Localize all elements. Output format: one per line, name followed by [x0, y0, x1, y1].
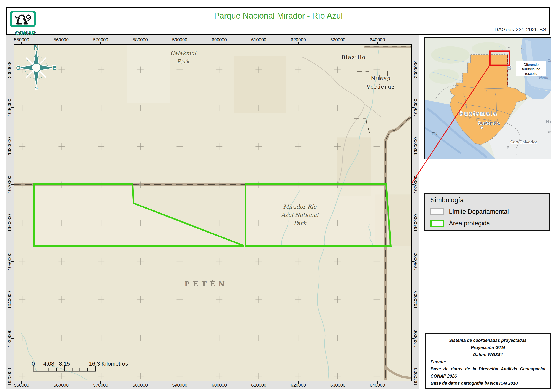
compass-rose-icon: N E O s — [16, 45, 56, 90]
san-salvador-label: San Salvador — [510, 139, 537, 144]
xtick-top-1: 560000 — [54, 37, 69, 42]
ytick-right-8: 1920000 — [413, 368, 418, 386]
source-line-1a: Base de datos de la Dirección Análisis G… — [430, 365, 545, 372]
note-line-1: Diferendo — [524, 63, 539, 67]
xtick-top-3: 580000 — [133, 37, 148, 42]
xtick-bot-3: 580000 — [133, 383, 148, 388]
depth-number: 721 — [432, 132, 438, 136]
crs-line: Sistema de coordenadas proyectadas — [430, 337, 545, 344]
compass-o: O — [16, 65, 21, 71]
note-line-3: resuelto — [525, 72, 538, 75]
xtick-top-2: 570000 — [93, 37, 108, 42]
ytick-left-5: 1950000 — [7, 253, 12, 270]
map-sheet-page: CONAP Parque Nacional Mirador - Río Azul… — [0, 0, 553, 392]
legend-title: Simbología — [430, 196, 464, 204]
compass-s: s — [35, 85, 38, 90]
ytick-left-4: 1960000 — [7, 214, 12, 232]
xtick-bot-2: 570000 — [93, 383, 108, 388]
ytick-right-1: 1990000 — [413, 99, 418, 117]
header: CONAP Parque Nacional Mirador - Río Azul… — [7, 7, 550, 35]
ytick-left-0: 2000000 — [7, 60, 12, 78]
ytick-left-1: 1990000 — [7, 99, 12, 117]
ytick-right-2: 1980000 — [413, 137, 418, 155]
xtick-top-4: 590000 — [172, 37, 187, 42]
locator-inset-map: B Gu Hond Guatemala Guatemala San Salvad… — [424, 37, 552, 160]
ytick-left-3: 1970000 — [7, 176, 12, 193]
inset-canvas: B Gu Hond Guatemala Guatemala San Salvad… — [425, 38, 551, 159]
source-line-1b: CONAP 2026 — [430, 372, 545, 380]
main-map — [14, 44, 412, 381]
capital-dot — [480, 126, 483, 129]
fuente-label: Fuente: — [430, 358, 545, 365]
honduras-label: Ho — [546, 119, 551, 125]
source-line-2: Base de datos cartografía básica IGN 201… — [430, 380, 545, 387]
xtick-bot-6: 610000 — [251, 383, 266, 388]
departmental-swatch — [430, 208, 444, 215]
xtick-top-6: 610000 — [251, 37, 266, 42]
legend: Simbología Límite Departamental Área pro… — [424, 193, 550, 231]
map-canvas — [14, 45, 411, 381]
ytick-left-8: 1920000 — [7, 368, 12, 386]
xtick-bot-5: 600000 — [212, 383, 227, 388]
projection-line: Proyección GTM — [430, 344, 545, 351]
xtick-top-7: 620000 — [291, 37, 306, 42]
ytick-right-7: 1930000 — [413, 329, 418, 347]
protected-swatch — [430, 220, 444, 227]
legend-label-protected: Área protegida — [449, 220, 490, 227]
document-id: DAGeos-231-2026-BS — [494, 27, 546, 33]
xtick-bot-4: 590000 — [172, 383, 187, 388]
legend-label-departmental: Límite Departamental — [449, 208, 509, 215]
xtick-bot-0: 550000 — [14, 383, 29, 388]
xtick-top-9: 640000 — [370, 37, 385, 42]
xtick-bot-9: 640000 — [370, 383, 385, 388]
ytick-right-5: 1950000 — [413, 253, 418, 270]
san-salvador-dot — [507, 146, 509, 148]
datum-line: Datum WGS84 — [430, 351, 545, 358]
credits-box: Sistema de coordenadas proyectadas Proye… — [425, 333, 551, 389]
gulf-label: Gu — [548, 59, 551, 63]
page-title: Parque Nacional Mirador - Río Azul — [7, 11, 549, 21]
ytick-right-0: 2000000 — [413, 60, 418, 78]
xtick-top-8: 630000 — [330, 37, 346, 42]
ytick-left-6: 1940000 — [7, 291, 12, 309]
ytick-right-6: 1940000 — [413, 291, 418, 309]
xtick-bot-8: 630000 — [330, 383, 346, 388]
legend-item-departmental: Límite Departamental — [430, 208, 509, 215]
xtick-top-0: 550000 — [14, 37, 29, 42]
compass-n: N — [34, 45, 39, 51]
ytick-right-4: 1960000 — [413, 214, 418, 232]
country-label: Guatemala — [459, 110, 498, 116]
xtick-top-5: 600000 — [212, 37, 227, 42]
compass-e: E — [52, 65, 56, 71]
ytick-right-3: 1970000 — [413, 176, 418, 193]
xtick-bot-7: 620000 — [291, 383, 306, 388]
ytick-left-2: 1980000 — [7, 137, 12, 155]
legend-item-protected: Área protegida — [430, 220, 490, 227]
xtick-bot-1: 560000 — [54, 383, 69, 388]
capital-label: Guatemala — [478, 121, 500, 126]
ytick-left-7: 1930000 — [7, 329, 12, 347]
note-line-2: territorial no — [522, 67, 540, 71]
